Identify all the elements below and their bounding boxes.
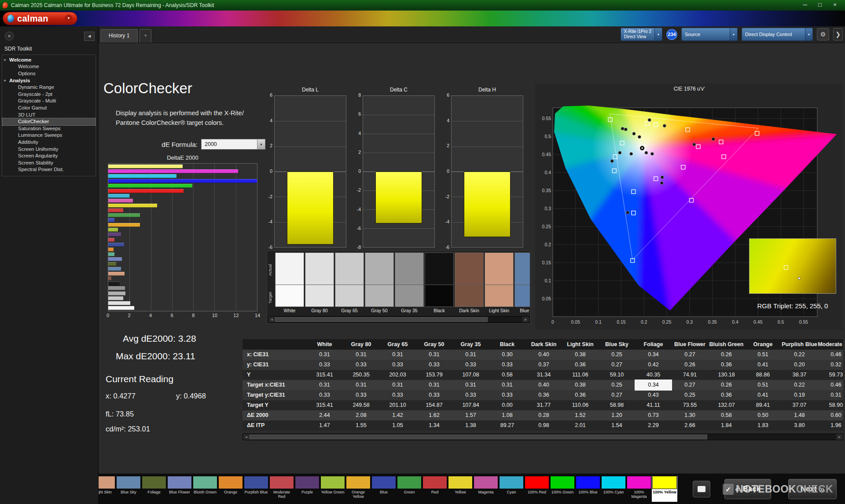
patch-gray-80[interactable]: Gray 80 [305, 252, 334, 314]
table-cell[interactable]: 1.30 [672, 410, 708, 420]
table-cell[interactable]: 201.10 [379, 400, 416, 410]
table-cell[interactable]: 1.47 [306, 420, 343, 431]
pattern-tile-purplish-blue[interactable]: Purplish Blue [244, 476, 268, 501]
sidebar-item-screen-stability[interactable]: Screen Stability [2, 160, 96, 167]
table-cell[interactable]: 0.98 [525, 420, 562, 431]
scroll-left-icon[interactable]: ◄ [243, 434, 250, 440]
sidebar-item-screen-uniformity[interactable]: Screen Uniformity [2, 146, 96, 153]
table-cell[interactable]: 0.41 [745, 390, 781, 400]
table-cell[interactable]: 0.27 [672, 380, 708, 390]
patch-white[interactable]: White [275, 252, 304, 314]
close-icon[interactable]: × [827, 0, 842, 10]
patch-gray-65[interactable]: Gray 65 [335, 252, 364, 314]
table-cell[interactable]: 0.22 [781, 380, 818, 390]
table-cell[interactable]: 0.38 [562, 380, 599, 390]
table-cell[interactable]: 0.19 [781, 390, 818, 400]
table-cell[interactable]: 0.26 [708, 350, 745, 360]
table-cell[interactable]: 2.66 [672, 420, 708, 431]
back-button[interactable]: « Back [724, 479, 771, 499]
table-cell[interactable]: 0.31 [379, 350, 416, 360]
pattern-tile-green[interactable]: Green [397, 476, 422, 501]
calman-logo-button[interactable]: calman ▼ [3, 12, 77, 25]
table-cell[interactable]: 1.48 [781, 410, 818, 420]
table-cell[interactable]: 0.31 [818, 390, 843, 400]
sidebar-menu-icon[interactable] [5, 32, 14, 40]
table-cell[interactable]: 0.25 [599, 380, 635, 390]
table-cell[interactable]: 0.27 [599, 360, 635, 370]
pattern-tile-bluish-green[interactable]: Bluish Green [193, 476, 217, 501]
table-cell[interactable]: 0.37 [525, 360, 562, 370]
pattern-window-button[interactable] [693, 481, 710, 497]
table-cell[interactable]: 110.06 [562, 400, 599, 410]
table-cell[interactable]: 0.51 [745, 380, 781, 390]
pattern-tile-100-blue[interactable]: 100% Blue [576, 476, 600, 501]
table-cell[interactable]: 0.31 [343, 350, 379, 360]
table-cell[interactable]: 0.32 [818, 360, 843, 370]
table-cell[interactable]: 0.27 [672, 350, 708, 360]
table-cell[interactable]: 1.05 [379, 420, 416, 431]
table-cell[interactable]: 0.26 [672, 360, 708, 370]
chevron-down-icon[interactable]: ▼ [654, 28, 662, 40]
table-cell[interactable]: 0.33 [343, 360, 379, 370]
table-cell[interactable]: 0.31 [306, 350, 343, 360]
table-cell[interactable]: 1.42 [379, 410, 416, 420]
table-cell[interactable]: 315.41 [306, 400, 343, 410]
de-formula-select[interactable]: 2000 ▼ [201, 139, 265, 150]
table-cell[interactable]: 0.31 [306, 380, 343, 390]
table-cell[interactable]: 1.96 [818, 420, 843, 431]
table-cell[interactable]: 154.87 [416, 400, 452, 410]
panel-expand-icon[interactable]: ❯ [833, 28, 843, 40]
table-cell[interactable]: 88.86 [745, 370, 781, 380]
table-cell[interactable]: 0.34 [635, 350, 672, 360]
patch-black[interactable]: Black [425, 252, 454, 314]
pattern-tile-cyan[interactable]: Cyan [499, 476, 524, 501]
table-cell[interactable]: 202.03 [379, 370, 416, 380]
table-cell[interactable]: 1.55 [343, 420, 379, 431]
table-cell[interactable]: 0.34 [635, 380, 672, 390]
table-cell[interactable]: 0.31 [452, 380, 489, 390]
gear-icon[interactable]: ⚙ [817, 28, 829, 40]
table-cell[interactable]: 0.28 [525, 410, 562, 420]
patch-gray-50[interactable]: Gray 50 [365, 252, 394, 314]
table-cell[interactable]: 1.08 [489, 410, 525, 420]
expander-icon[interactable]: ▾ [4, 78, 6, 84]
sidebar-item-luminance-sweeps[interactable]: Luminance Sweeps [2, 132, 96, 139]
pattern-tile-blue[interactable]: Blue [371, 476, 396, 501]
table-cell[interactable]: 107.08 [452, 370, 489, 380]
pattern-tile-magenta[interactable]: Magenta [474, 476, 498, 501]
table-cell[interactable]: 59.10 [599, 370, 635, 380]
table-cell[interactable]: 2.44 [306, 410, 343, 420]
table-cell[interactable]: 1.62 [416, 410, 452, 420]
table-cell[interactable]: 0.42 [635, 360, 672, 370]
table-cell[interactable]: 0.33 [306, 390, 343, 400]
sidebar-collapse-button[interactable]: ◀ [84, 32, 95, 41]
sidebar-item-welcome[interactable]: Welcome [2, 63, 96, 70]
table-cell[interactable]: 2.01 [562, 420, 599, 431]
table-cell[interactable]: 0.20 [781, 360, 818, 370]
table-cell[interactable]: 0.25 [672, 390, 708, 400]
pattern-tile-yellow[interactable]: Yellow [448, 476, 473, 501]
table-cell[interactable]: 0.36 [525, 390, 562, 400]
scroll-right-icon[interactable]: ► [522, 317, 529, 322]
scrollbar-thumb[interactable] [275, 317, 488, 322]
tab-history-1[interactable]: History 1 [100, 29, 138, 43]
table-cell[interactable]: 31.77 [525, 400, 562, 410]
sidebar-item-options[interactable]: Options [2, 70, 96, 77]
table-cell[interactable]: 315.41 [306, 370, 343, 380]
table-cell[interactable]: 0.36 [708, 360, 745, 370]
table-cell[interactable]: 111.06 [562, 370, 599, 380]
table-cell[interactable]: 38.37 [781, 370, 818, 380]
sidebar-item-colorchecker[interactable]: ColorChecker [2, 118, 96, 125]
table-cell[interactable]: 0.33 [452, 390, 489, 400]
table-cell[interactable]: 0.33 [489, 360, 525, 370]
table-cell[interactable]: 0.40 [525, 380, 562, 390]
table-cell[interactable]: 0.36 [562, 390, 599, 400]
table-cell[interactable]: 0.58 [708, 410, 745, 420]
table-cell[interactable]: 0.46 [818, 350, 843, 360]
scrollbar-thumb[interactable] [250, 435, 707, 439]
sidebar-item-spectral-power-dist-[interactable]: Spectral Power Dist. [2, 166, 96, 173]
table-cell[interactable]: 0.33 [489, 390, 525, 400]
table-cell[interactable]: 58.90 [818, 400, 843, 410]
expander-icon[interactable]: ▾ [4, 57, 6, 63]
table-cell[interactable]: 0.36 [562, 360, 599, 370]
